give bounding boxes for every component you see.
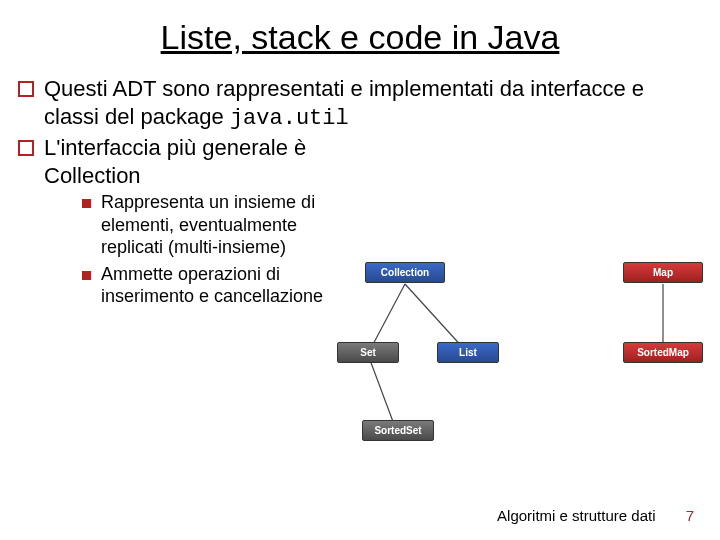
bullet-1-text: Questi ADT sono rappresentati e implemen… [44,75,684,132]
bullet-2: L'interfaccia più generale è Collection [18,134,702,189]
slide-title: Liste, stack e code in Java [0,0,720,67]
bullet-icon [82,271,91,280]
node-list: List [437,342,499,363]
sub-bullet-2-text: Ammette operazioni di inserimento e canc… [101,263,351,308]
node-sortedset: SortedSet [362,420,434,441]
bullet-1-code: java.util [230,106,349,131]
node-sortedmap: SortedMap [623,342,703,363]
footer: Algoritmi e strutture dati 7 [497,507,694,524]
bullet-2-text: L'interfaccia più generale è Collection [44,134,374,189]
bullet-icon [18,81,34,97]
sub-bullet-1: Rappresenta un insieme di elementi, even… [82,191,702,259]
node-map: Map [623,262,703,283]
svg-line-0 [370,284,405,350]
sub-bullet-1-text: Rappresenta un insieme di elementi, even… [101,191,351,259]
page-number: 7 [686,507,694,524]
node-set: Set [337,342,399,363]
bullet-icon [18,140,34,156]
hierarchy-diagram: Collection Map Set List SortedMap Sorted… [365,262,710,462]
node-collection: Collection [365,262,445,283]
footer-text: Algoritmi e strutture dati [497,507,655,524]
bullet-icon [82,199,91,208]
svg-line-1 [405,284,465,350]
bullet-1: Questi ADT sono rappresentati e implemen… [18,75,702,132]
svg-line-2 [370,360,395,427]
